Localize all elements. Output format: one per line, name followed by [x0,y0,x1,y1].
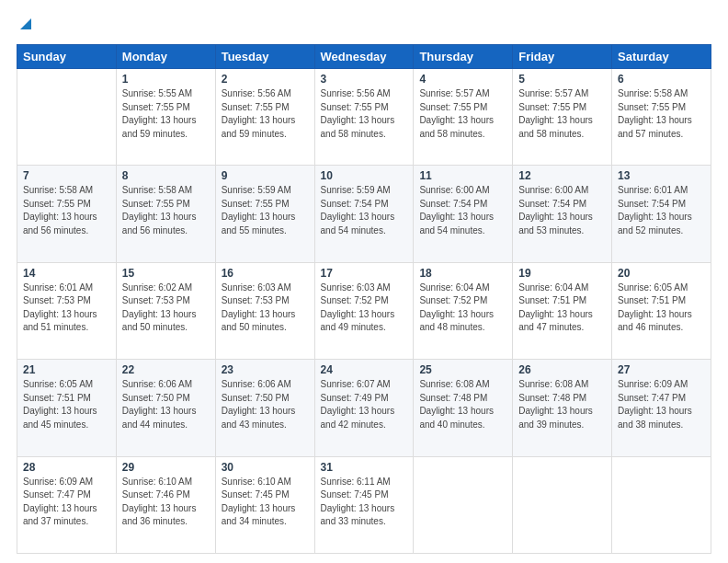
day-number: 2 [222,73,309,86]
day-info: Sunrise: 5:56 AM Sunset: 7:55 PM Dayligh… [222,87,309,141]
day-info: Sunrise: 6:01 AM Sunset: 7:54 PM Dayligh… [618,184,705,237]
day-info: Sunrise: 6:08 AM Sunset: 7:48 PM Dayligh… [518,378,606,431]
calendar-cell: 13Sunrise: 6:01 AM Sunset: 7:54 PM Dayli… [612,166,711,262]
calendar-week-row: 14Sunrise: 6:01 AM Sunset: 7:53 PM Dayli… [17,262,711,359]
calendar-cell: 26Sunrise: 6:08 AM Sunset: 7:48 PM Dayli… [513,360,612,456]
day-number: 11 [419,169,506,182]
calendar-day-header: Monday [116,45,215,69]
day-info: Sunrise: 6:00 AM Sunset: 7:54 PM Dayligh… [518,184,606,237]
day-number: 12 [518,169,606,182]
day-number: 17 [321,267,408,280]
calendar-cell: 4Sunrise: 5:57 AM Sunset: 7:55 PM Daylig… [414,69,513,166]
day-info: Sunrise: 6:04 AM Sunset: 7:51 PM Dayligh… [518,282,606,335]
calendar-cell: 12Sunrise: 6:00 AM Sunset: 7:54 PM Dayli… [513,166,612,262]
calendar-day-header: Friday [513,45,612,69]
calendar-cell: 11Sunrise: 6:00 AM Sunset: 7:54 PM Dayli… [414,166,513,262]
calendar-cell: 6Sunrise: 5:58 AM Sunset: 7:55 PM Daylig… [612,69,711,166]
day-info: Sunrise: 5:55 AM Sunset: 7:55 PM Dayligh… [122,87,210,141]
calendar-cell: 1Sunrise: 5:55 AM Sunset: 7:55 PM Daylig… [116,69,215,166]
day-number: 15 [122,267,210,280]
calendar-header-row: SundayMondayTuesdayWednesdayThursdayFrid… [17,45,711,69]
day-number: 24 [321,363,408,376]
calendar-cell: 3Sunrise: 5:56 AM Sunset: 7:55 PM Daylig… [314,69,414,166]
day-number: 25 [419,363,506,376]
calendar-cell: 7Sunrise: 5:58 AM Sunset: 7:55 PM Daylig… [17,166,117,262]
calendar-cell: 21Sunrise: 6:05 AM Sunset: 7:51 PM Dayli… [17,360,117,456]
day-info: Sunrise: 6:05 AM Sunset: 7:51 PM Dayligh… [618,282,705,335]
day-info: Sunrise: 5:59 AM Sunset: 7:54 PM Dayligh… [321,184,408,237]
day-info: Sunrise: 6:09 AM Sunset: 7:47 PM Dayligh… [618,378,705,431]
svg-marker-0 [20,18,31,29]
calendar-cell: 10Sunrise: 5:59 AM Sunset: 7:54 PM Dayli… [314,166,414,262]
day-number: 6 [618,73,705,86]
calendar-page: SundayMondayTuesdayWednesdayThursdayFrid… [0,0,728,563]
day-number: 21 [23,363,110,376]
day-info: Sunrise: 6:03 AM Sunset: 7:53 PM Dayligh… [222,282,309,335]
logo [17,17,33,35]
calendar-day-header: Sunday [17,45,117,69]
logo-triangle-icon [18,17,33,31]
day-info: Sunrise: 6:10 AM Sunset: 7:45 PM Dayligh… [222,476,309,529]
day-number: 29 [122,461,210,474]
day-number: 9 [222,169,309,182]
day-number: 1 [122,73,210,86]
calendar-cell: 5Sunrise: 5:57 AM Sunset: 7:55 PM Daylig… [513,69,612,166]
calendar-cell: 20Sunrise: 6:05 AM Sunset: 7:51 PM Dayli… [612,262,711,359]
calendar-cell: 18Sunrise: 6:04 AM Sunset: 7:52 PM Dayli… [414,262,513,359]
day-number: 13 [618,169,705,182]
calendar-cell: 14Sunrise: 6:01 AM Sunset: 7:53 PM Dayli… [17,262,117,359]
day-info: Sunrise: 6:02 AM Sunset: 7:53 PM Dayligh… [122,282,210,335]
day-info: Sunrise: 6:00 AM Sunset: 7:54 PM Dayligh… [419,184,506,237]
day-info: Sunrise: 6:03 AM Sunset: 7:52 PM Dayligh… [321,282,408,335]
day-info: Sunrise: 5:58 AM Sunset: 7:55 PM Dayligh… [122,184,210,237]
calendar-cell [414,456,513,553]
calendar-cell [513,456,612,553]
day-number: 30 [222,461,309,474]
day-number: 26 [518,363,606,376]
calendar-week-row: 21Sunrise: 6:05 AM Sunset: 7:51 PM Dayli… [17,360,711,456]
calendar-table: SundayMondayTuesdayWednesdayThursdayFrid… [17,44,711,554]
day-number: 23 [222,363,309,376]
calendar-cell: 19Sunrise: 6:04 AM Sunset: 7:51 PM Dayli… [513,262,612,359]
calendar-cell: 2Sunrise: 5:56 AM Sunset: 7:55 PM Daylig… [215,69,314,166]
calendar-week-row: 1Sunrise: 5:55 AM Sunset: 7:55 PM Daylig… [17,69,711,166]
calendar-cell: 31Sunrise: 6:11 AM Sunset: 7:45 PM Dayli… [314,456,414,553]
day-info: Sunrise: 6:07 AM Sunset: 7:49 PM Dayligh… [321,378,408,431]
day-number: 10 [321,169,408,182]
day-number: 8 [122,169,210,182]
calendar-cell: 28Sunrise: 6:09 AM Sunset: 7:47 PM Dayli… [17,456,117,553]
day-info: Sunrise: 5:58 AM Sunset: 7:55 PM Dayligh… [618,87,705,141]
day-number: 27 [618,363,705,376]
day-number: 22 [122,363,210,376]
day-number: 5 [518,73,606,86]
day-number: 31 [321,461,408,474]
day-info: Sunrise: 6:05 AM Sunset: 7:51 PM Dayligh… [23,378,110,431]
day-number: 7 [23,169,110,182]
day-info: Sunrise: 5:56 AM Sunset: 7:55 PM Dayligh… [321,87,408,141]
day-number: 4 [419,73,506,86]
day-info: Sunrise: 6:09 AM Sunset: 7:47 PM Dayligh… [23,476,110,529]
day-info: Sunrise: 6:01 AM Sunset: 7:53 PM Dayligh… [23,282,110,335]
calendar-cell: 24Sunrise: 6:07 AM Sunset: 7:49 PM Dayli… [314,360,414,456]
day-info: Sunrise: 6:06 AM Sunset: 7:50 PM Dayligh… [222,378,309,431]
calendar-cell: 30Sunrise: 6:10 AM Sunset: 7:45 PM Dayli… [215,456,314,553]
day-info: Sunrise: 6:06 AM Sunset: 7:50 PM Dayligh… [122,378,210,431]
day-number: 16 [222,267,309,280]
calendar-cell: 23Sunrise: 6:06 AM Sunset: 7:50 PM Dayli… [215,360,314,456]
day-info: Sunrise: 6:04 AM Sunset: 7:52 PM Dayligh… [419,282,506,335]
calendar-cell: 22Sunrise: 6:06 AM Sunset: 7:50 PM Dayli… [116,360,215,456]
calendar-day-header: Wednesday [314,45,414,69]
calendar-cell: 9Sunrise: 5:59 AM Sunset: 7:55 PM Daylig… [215,166,314,262]
day-info: Sunrise: 6:11 AM Sunset: 7:45 PM Dayligh… [321,476,408,529]
day-info: Sunrise: 5:59 AM Sunset: 7:55 PM Dayligh… [222,184,309,237]
calendar-body: 1Sunrise: 5:55 AM Sunset: 7:55 PM Daylig… [17,69,711,554]
calendar-week-row: 28Sunrise: 6:09 AM Sunset: 7:47 PM Dayli… [17,456,711,553]
day-number: 28 [23,461,110,474]
day-number: 19 [518,267,606,280]
day-number: 14 [23,267,110,280]
calendar-day-header: Tuesday [215,45,314,69]
calendar-day-header: Saturday [612,45,711,69]
calendar-cell: 15Sunrise: 6:02 AM Sunset: 7:53 PM Dayli… [116,262,215,359]
day-info: Sunrise: 5:57 AM Sunset: 7:55 PM Dayligh… [518,87,606,141]
calendar-day-header: Thursday [414,45,513,69]
